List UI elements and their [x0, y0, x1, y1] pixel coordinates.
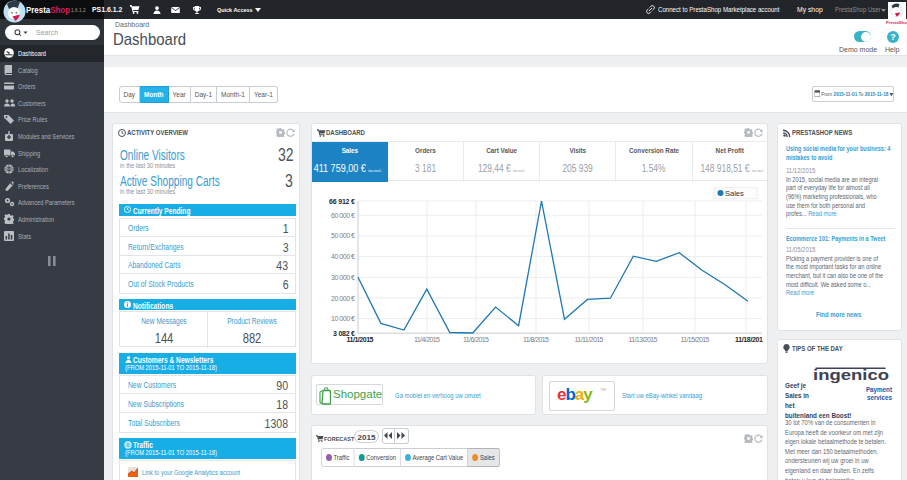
svg-text:11/18/201: 11/18/201 [735, 336, 763, 343]
svg-text:11/6/2015: 11/6/2015 [463, 336, 489, 343]
svg-text:60 000 €: 60 000 € [331, 212, 355, 219]
svg-text:11/11/2015: 11/11/2015 [575, 336, 604, 343]
svg-text:20 000 €: 20 000 € [331, 295, 355, 302]
svg-text:30 000 €: 30 000 € [331, 274, 355, 281]
svg-text:50 000 €: 50 000 € [331, 232, 355, 239]
svg-text:11/8/2015: 11/8/2015 [523, 336, 549, 343]
svg-text:40 000 €: 40 000 € [331, 253, 355, 260]
svg-text:11/1/2015: 11/1/2015 [347, 336, 374, 343]
svg-text:11/4/2015: 11/4/2015 [414, 336, 440, 343]
svg-text:11/15/2015: 11/15/2015 [681, 336, 710, 343]
svg-text:10 000 €: 10 000 € [331, 315, 355, 322]
svg-text:Sales: Sales [725, 189, 744, 198]
svg-text:66 912 €: 66 912 € [329, 198, 355, 205]
svg-text:11/13/2015: 11/13/2015 [629, 336, 658, 343]
